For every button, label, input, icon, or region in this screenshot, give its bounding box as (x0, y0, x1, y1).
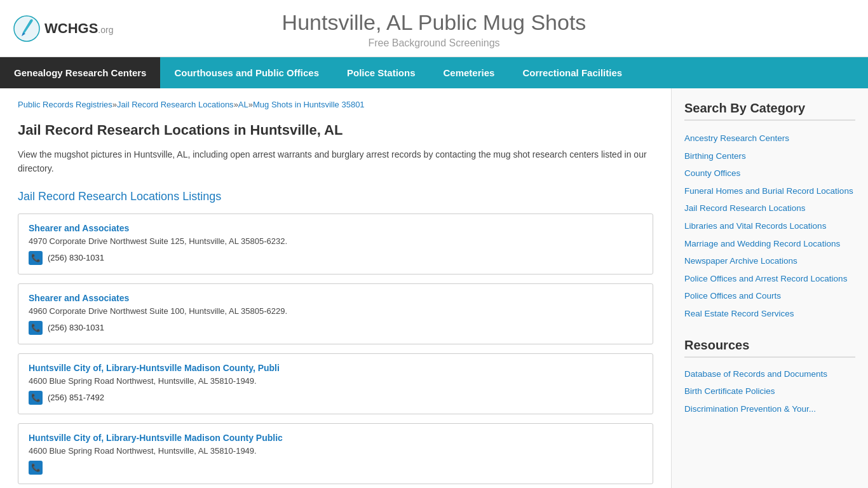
sidebar-link-birth-cert[interactable]: Birth Certificate Policies (684, 383, 855, 400)
sidebar-link-libraries[interactable]: Libraries and Vital Records Locations (684, 217, 855, 235)
breadcrumb-sep3: » (248, 100, 253, 109)
sidebar-link-police-arrest[interactable]: Police Offices and Arrest Record Locatio… (684, 270, 855, 288)
nav-item-cemeteries[interactable]: Cemeteries (430, 57, 509, 88)
main-container: Public Records Registries»Jail Record Re… (0, 88, 868, 488)
listing-name[interactable]: Shearer and Associates (29, 223, 642, 233)
nav-item-police[interactable]: Police Stations (333, 57, 430, 88)
logo-icon (13, 15, 41, 43)
sidebar-link-real-estate[interactable]: Real Estate Record Services (684, 305, 855, 323)
listing-card: Huntsville City of, Library-Huntsville M… (18, 423, 653, 484)
breadcrumb-public-records[interactable]: Public Records Registries (18, 100, 112, 109)
listing-phone: 📞 (29, 461, 642, 475)
sidebar-link-county[interactable]: County Offices (684, 165, 855, 182)
logo-text: WCHGS.org (44, 20, 113, 37)
listing-card: Shearer and Associates 4960 Corporate Dr… (18, 283, 653, 344)
phone-icon: 📞 (29, 251, 43, 265)
site-subtitle: Free Background Screenings (282, 37, 587, 49)
logo[interactable]: WCHGS.org (13, 15, 113, 43)
nav-item-genealogy[interactable]: Genealogy Research Centers (0, 57, 160, 88)
breadcrumb-jail-record[interactable]: Jail Record Research Locations (117, 100, 234, 109)
page-heading: Jail Record Research Locations in Huntsv… (18, 122, 653, 139)
search-by-category-heading: Search By Category (684, 101, 855, 121)
listing-address: 4600 Blue Spring Road Northwest, Huntsvi… (29, 446, 642, 456)
breadcrumb-huntsville[interactable]: Mug Shots in Huntsville 35801 (253, 100, 365, 109)
listing-card: Shearer and Associates 4970 Corporate Dr… (18, 214, 653, 274)
breadcrumb-al[interactable]: AL (238, 100, 248, 109)
sidebar-link-newspaper[interactable]: Newspaper Archive Locations (684, 252, 855, 270)
listing-address: 4600 Blue Spring Road Northwest, Huntsvi… (29, 376, 642, 386)
resources-heading: Resources (684, 338, 855, 358)
listings-heading: Jail Record Research Locations Listings (18, 190, 653, 203)
sidebar-link-birthing[interactable]: Birthing Centers (684, 147, 855, 165)
nav-item-correctional[interactable]: Correctional Facilities (508, 57, 636, 88)
breadcrumb-sep2: » (234, 100, 238, 109)
listing-name[interactable]: Huntsville City of, Library-Huntsville M… (29, 433, 642, 443)
listing-phone: 📞 (256) 851-7492 (29, 391, 642, 405)
main-nav: Genealogy Research Centers Courthouses a… (0, 57, 868, 88)
listing-phone: 📞 (256) 830-1031 (29, 251, 642, 265)
sidebar-link-police-courts[interactable]: Police Offices and Courts (684, 287, 855, 305)
phone-icon: 📞 (29, 461, 43, 475)
listing-name[interactable]: Huntsville City of, Library-Huntsville M… (29, 363, 642, 373)
nav-item-courthouses[interactable]: Courthouses and Public Offices (160, 57, 333, 88)
site-title: Huntsville, AL Public Mug Shots (282, 10, 587, 35)
sidebar-link-database[interactable]: Database of Records and Documents (684, 365, 855, 383)
breadcrumb: Public Records Registries»Jail Record Re… (18, 100, 653, 109)
sidebar-link-jail[interactable]: Jail Record Research Locations (684, 200, 855, 217)
listing-address: 4960 Corporate Drive Northwest Suite 100… (29, 306, 642, 316)
content-area: Public Records Registries»Jail Record Re… (0, 88, 671, 488)
breadcrumb-sep1: » (112, 100, 117, 109)
phone-icon: 📞 (29, 321, 43, 335)
sidebar-link-ancestry[interactable]: Ancestry Research Centers (684, 130, 855, 147)
sidebar-link-marriage[interactable]: Marriage and Wedding Record Locations (684, 235, 855, 253)
sidebar: Search By Category Ancestry Research Cen… (671, 88, 868, 488)
listing-card: Huntsville City of, Library-Huntsville M… (18, 353, 653, 414)
page-description: View the mugshot pictures in Huntsville,… (18, 147, 653, 176)
sidebar-link-discrimination[interactable]: Discrimination Prevention & Your... (684, 400, 855, 418)
listing-phone: 📞 (256) 830-1031 (29, 321, 642, 335)
phone-icon: 📞 (29, 391, 43, 405)
sidebar-link-funeral[interactable]: Funeral Homes and Burial Record Location… (684, 182, 855, 200)
listing-name[interactable]: Shearer and Associates (29, 293, 642, 303)
listing-address: 4970 Corporate Drive Northwest Suite 125… (29, 236, 642, 246)
